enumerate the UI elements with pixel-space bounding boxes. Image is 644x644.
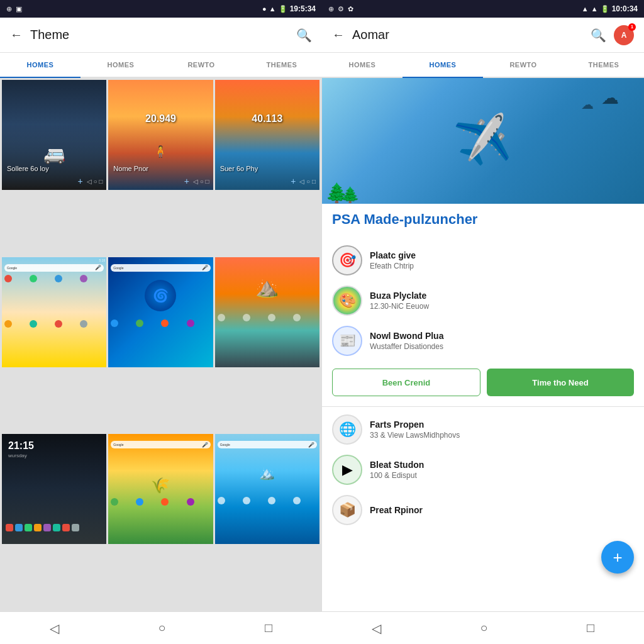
left-battery-icon: 🔋 bbox=[279, 5, 287, 13]
right-tab-themes[interactable]: THEMES bbox=[564, 53, 644, 78]
notification-badge: 1 bbox=[628, 23, 636, 31]
left-app-title: Theme bbox=[30, 28, 289, 42]
right-back-button[interactable]: ← bbox=[332, 28, 345, 42]
app-desc-3: 33 & View LawsMidhphovs bbox=[370, 431, 634, 440]
right-search-button[interactable]: 🔍 bbox=[591, 28, 606, 43]
app-item-4[interactable]: ▶ Bleat Studon 100 & Edisput bbox=[322, 450, 644, 490]
right-status-right: ▲ ▲ 🔋 10:0:34 bbox=[582, 4, 638, 13]
app-name-2: Nowl Bwond Plua bbox=[370, 331, 634, 341]
left-tab-homes-active[interactable]: HOMES bbox=[0, 53, 80, 78]
theme-cell-8[interactable]: Google 🎤 🏔️ bbox=[215, 434, 319, 544]
left-back-button[interactable]: ← bbox=[10, 28, 23, 42]
left-icon2: ▣ bbox=[16, 5, 22, 13]
theme-actions-0: + ◁ ○ □ bbox=[78, 176, 103, 186]
left-status-right: ● ▲ 🔋 19:5:34 bbox=[262, 4, 316, 13]
theme-grid: 🚐 Sollere 6o loy + ◁ ○ □ 20.949 🧍 Nome P… bbox=[0, 78, 321, 611]
app-desc-4: 100 & Edisput bbox=[370, 471, 634, 480]
tree2-icon: 🌲 bbox=[341, 186, 360, 204]
left-home-nav[interactable]: ○ bbox=[145, 616, 178, 640]
left-signal-icon: ▲ bbox=[269, 5, 276, 13]
right-nav-bar: ◁ ○ □ bbox=[322, 611, 644, 644]
app-name-3: Farts Propen bbox=[370, 419, 634, 430]
left-back-nav[interactable]: ◁ bbox=[37, 616, 72, 641]
app-desc-1: 12.30-NiC Eeuow bbox=[370, 302, 634, 311]
theme-cell-5[interactable]: ⛰️ bbox=[215, 257, 319, 367]
theme-actions-2: + ◁ ○ □ bbox=[291, 176, 316, 186]
left-search-button[interactable]: 🔍 bbox=[296, 28, 312, 43]
left-icon1: ⊕ bbox=[6, 5, 12, 13]
theme-number-2: 40.113 bbox=[252, 113, 282, 125]
app-info-3: Farts Propen 33 & View LawsMidhphovs bbox=[370, 419, 634, 440]
left-tab-themes[interactable]: THEMES bbox=[242, 53, 322, 78]
right-status-bar: ⊕ ⚙ ✿ ▲ ▲ 🔋 10:0:34 bbox=[322, 0, 644, 18]
app-icon-4: ▶ bbox=[332, 455, 362, 485]
left-nav-bar: ◁ ○ □ bbox=[0, 611, 322, 644]
left-status-icons: ⊕ ▣ bbox=[6, 5, 22, 13]
app-item-1[interactable]: 🎨 Buza Plyclate 12.30-NiC Eeuow bbox=[322, 280, 644, 321]
right-icon2: ⚙ bbox=[338, 5, 344, 13]
been-crenid-button[interactable]: Been Crenid bbox=[332, 369, 480, 396]
app-info-4: Bleat Studon 100 & Edisput bbox=[370, 460, 634, 480]
left-panel: 🚐 Sollere 6o loy + ◁ ○ □ 20.949 🧍 Nome P… bbox=[0, 78, 322, 611]
app-icon-1: 🎨 bbox=[332, 286, 362, 316]
left-wifi-icon: ● bbox=[262, 5, 267, 13]
theme-cell-1[interactable]: 20.949 🧍 Nome Pnor + ◁ ○ □ bbox=[108, 80, 213, 190]
app-icon-2: 📰 bbox=[332, 326, 362, 356]
right-recents-nav[interactable]: □ bbox=[574, 616, 607, 640]
left-tab-bar: HOMES HOMES REWTO THEMES bbox=[0, 53, 322, 78]
app-info-5: Preat Rpinor bbox=[370, 505, 634, 515]
action-buttons: Been Crenid Time tho Need bbox=[322, 361, 644, 404]
app-name-1: Buza Plyclate bbox=[370, 291, 634, 301]
left-status-bar: ⊕ ▣ ● ▲ 🔋 19:5:34 bbox=[0, 0, 322, 18]
theme-cell-3[interactable]: 5:28 Google 🎤 bbox=[2, 257, 106, 367]
hero-image: ☁ ☁ ✈️ 🌲 🌲 bbox=[322, 78, 644, 204]
left-time: 19:5:34 bbox=[290, 4, 316, 13]
right-icon3: ✿ bbox=[348, 5, 353, 13]
user-avatar[interactable]: A 1 bbox=[614, 25, 634, 45]
right-home-nav[interactable]: ○ bbox=[467, 616, 500, 640]
app-icon-0: 🎯 bbox=[332, 245, 362, 275]
time-tho-need-button[interactable]: Time tho Need bbox=[487, 369, 634, 396]
theme-actions-1: + ◁ ○ □ bbox=[184, 176, 209, 186]
right-tab-rewto[interactable]: REWTO bbox=[483, 53, 564, 78]
app-name-4: Bleat Studon bbox=[370, 460, 634, 470]
app-name-0: Plaatc give bbox=[370, 250, 634, 260]
theme-cell-7[interactable]: Google 🎤 🌾 bbox=[108, 434, 213, 544]
left-recents-nav[interactable]: □ bbox=[252, 616, 285, 640]
theme-cell-4[interactable]: Google 🎤 🌀 bbox=[108, 257, 213, 367]
left-tab-homes2[interactable]: HOMES bbox=[80, 53, 161, 78]
fab-icon: + bbox=[613, 548, 622, 567]
cloud-icon: ☁ bbox=[601, 87, 619, 108]
right-tab-homes-active[interactable]: HOMES bbox=[402, 53, 483, 78]
app-item-3[interactable]: 🌐 Farts Propen 33 & View LawsMidhphovs bbox=[322, 409, 644, 450]
right-wifi-icon: ▲ bbox=[582, 5, 589, 13]
right-panel: ☁ ☁ ✈️ 🌲 🌲 PSA Made-pulzuncher bbox=[322, 78, 644, 611]
right-tab-homes[interactable]: HOMES bbox=[322, 53, 402, 78]
app-info-2: Nowl Bwond Plua Wustaffer Disationdes bbox=[370, 331, 634, 351]
right-time: 10:0:34 bbox=[612, 4, 638, 13]
theme-label-0: Sollere 6o loy bbox=[7, 165, 49, 172]
right-panel-inner: ☁ ☁ ✈️ 🌲 🌲 PSA Made-pulzuncher bbox=[322, 78, 644, 611]
fab-button[interactable]: + bbox=[601, 541, 634, 574]
right-app-title: Aomar bbox=[352, 28, 583, 42]
app-info-1: Buza Plyclate 12.30-NiC Eeuow bbox=[370, 291, 634, 311]
theme-cell-2[interactable]: 40.113 Suer 6o Phy + ◁ ○ □ bbox=[215, 80, 319, 190]
cloud2-icon: ☁ bbox=[581, 97, 594, 112]
theme-cell-0[interactable]: 🚐 Sollere 6o loy + ◁ ○ □ bbox=[2, 80, 106, 190]
app-item-5[interactable]: 📦 Preat Rpinor bbox=[322, 490, 644, 530]
section-title: PSA Made-pulzuncher bbox=[332, 211, 634, 228]
right-tab-bar: HOMES HOMES REWTO THEMES bbox=[322, 53, 644, 78]
app-icon-5: 📦 bbox=[332, 495, 362, 525]
right-signal-icon: ▲ bbox=[591, 5, 598, 13]
theme-time-6: 21:15 bbox=[8, 440, 34, 452]
right-battery-icon: 🔋 bbox=[601, 5, 609, 13]
right-app-bar: ← Aomar 🔍 A 1 bbox=[322, 18, 644, 53]
theme-number-1: 20.949 bbox=[145, 113, 176, 125]
app-item-2[interactable]: 📰 Nowl Bwond Plua Wustaffer Disationdes bbox=[322, 321, 644, 361]
left-tab-rewto[interactable]: REWTO bbox=[161, 53, 242, 78]
app-desc-2: Wustaffer Disationdes bbox=[370, 342, 634, 351]
left-app-bar: ← Theme 🔍 bbox=[0, 18, 322, 53]
right-back-nav[interactable]: ◁ bbox=[359, 616, 394, 641]
app-item-0[interactable]: 🎯 Plaatc give Efeath Chtrip bbox=[322, 240, 644, 280]
theme-cell-6[interactable]: 21:15 wursday bbox=[2, 434, 106, 544]
